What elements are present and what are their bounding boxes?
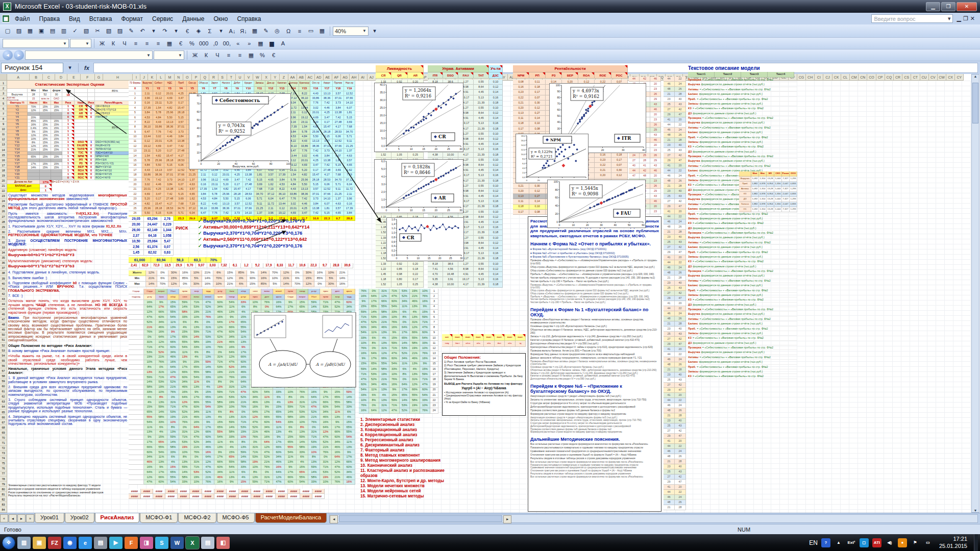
sheet-area[interactable]: ABCDEFGHIJKLMNOPQRSTUVWXYZAAABACADAEAFAG… <box>0 0 980 551</box>
excel-window: X Microsoft Excel - 03-student-risk-MOB-… <box>0 0 980 551</box>
annotation-arrows <box>0 0 980 551</box>
arrows-overlay <box>0 0 980 551</box>
